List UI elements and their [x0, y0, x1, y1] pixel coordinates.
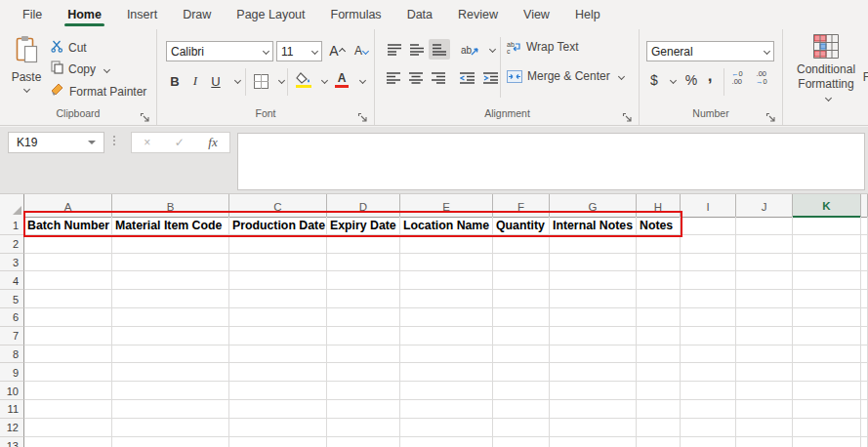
cell-F7[interactable]	[493, 327, 550, 345]
row-header-13[interactable]: 13	[0, 437, 24, 447]
align-top-button[interactable]	[384, 39, 405, 60]
cell-K4[interactable]	[793, 271, 861, 290]
align-middle-button[interactable]	[406, 39, 428, 60]
cell-I7[interactable]	[681, 327, 736, 345]
align-center-button[interactable]	[405, 67, 427, 88]
currency-chevron[interactable]	[670, 77, 677, 84]
conditional-formatting-button[interactable]: Conditional Formatting	[797, 34, 855, 106]
cell-C10[interactable]	[229, 382, 327, 400]
cell-F4[interactable]	[493, 271, 550, 290]
tab-formulas[interactable]: Formulas	[318, 0, 394, 29]
percent-button[interactable]: %	[682, 69, 700, 91]
cell-E13[interactable]	[400, 437, 493, 447]
cell-D5[interactable]	[327, 290, 400, 308]
cell-B5[interactable]	[112, 290, 229, 308]
cell-C5[interactable]	[229, 290, 327, 308]
cell-B1[interactable]: Material Item Code	[112, 217, 229, 235]
increase-decimal-button[interactable]: ←0 .00	[731, 70, 743, 86]
cell-E11[interactable]	[400, 400, 493, 419]
orientation-chevron[interactable]	[489, 46, 496, 53]
column-header-B[interactable]: B	[112, 194, 229, 218]
cell-K2[interactable]	[793, 235, 861, 254]
cell-I5[interactable]	[681, 290, 736, 308]
cancel-button[interactable]: ×	[144, 136, 150, 149]
cell-C1[interactable]: Production Date	[229, 217, 327, 235]
borders-chevron[interactable]	[278, 77, 285, 84]
increase-indent-button[interactable]	[479, 67, 501, 88]
cell-B7[interactable]	[112, 327, 229, 345]
cell-A6[interactable]	[24, 308, 112, 327]
row-header-12[interactable]: 12	[0, 419, 24, 437]
cell-J8[interactable]	[736, 345, 793, 364]
cell-G7[interactable]	[550, 327, 637, 345]
cell-D1[interactable]: Expiry Date	[327, 217, 400, 235]
formula-input[interactable]	[237, 133, 865, 190]
cell-H11[interactable]	[637, 400, 681, 419]
cell-L13[interactable]	[861, 437, 868, 447]
row-header-8[interactable]: 8	[0, 345, 24, 364]
cell-J5[interactable]	[736, 290, 793, 308]
formula-bar-grip-icon[interactable]	[113, 136, 115, 145]
cell-F5[interactable]	[493, 290, 550, 308]
decrease-indent-button[interactable]	[456, 67, 477, 88]
clipboard-dialog-launcher-icon[interactable]	[140, 109, 150, 120]
cell-C12[interactable]	[229, 419, 327, 437]
cell-C7[interactable]	[229, 327, 327, 345]
cell-H10[interactable]	[637, 382, 681, 400]
cell-I10[interactable]	[681, 382, 736, 400]
cell-D12[interactable]	[327, 419, 400, 437]
cell-J13[interactable]	[736, 437, 793, 447]
cell-H13[interactable]	[637, 437, 681, 447]
cell-I4[interactable]	[681, 271, 736, 290]
cell-A13[interactable]	[24, 437, 112, 447]
cell-B11[interactable]	[112, 400, 229, 419]
cell-J9[interactable]	[736, 363, 793, 382]
cell-G2[interactable]	[550, 235, 637, 254]
cell-J11[interactable]	[736, 400, 793, 419]
merge-center-button[interactable]: Merge & Center	[507, 69, 624, 83]
cell-H4[interactable]	[637, 271, 681, 290]
alignment-dialog-launcher-icon[interactable]	[622, 109, 633, 120]
column-header-partial[interactable]	[861, 194, 868, 218]
cell-G13[interactable]	[550, 437, 637, 447]
cell-F1[interactable]: Quantity	[493, 217, 550, 235]
cell-H7[interactable]	[637, 327, 681, 345]
cell-E9[interactable]	[400, 363, 493, 382]
cell-K6[interactable]	[793, 308, 861, 327]
cell-E3[interactable]	[400, 254, 493, 272]
cell-G11[interactable]	[550, 400, 637, 419]
cell-H6[interactable]	[637, 308, 681, 327]
cell-E10[interactable]	[400, 382, 493, 400]
cell-F2[interactable]	[493, 235, 550, 254]
row-header-9[interactable]: 9	[0, 363, 24, 382]
cell-I8[interactable]	[681, 345, 736, 364]
select-all-button[interactable]	[0, 194, 24, 218]
cell-H3[interactable]	[637, 254, 681, 272]
cell-C13[interactable]	[229, 437, 327, 447]
font-color-chevron[interactable]	[359, 77, 366, 84]
column-header-I[interactable]: I	[681, 194, 736, 218]
row-header-11[interactable]: 11	[0, 400, 24, 419]
insert-function-button[interactable]: fx	[208, 135, 217, 150]
cell-L6[interactable]	[861, 308, 868, 327]
cell-I1[interactable]	[681, 217, 736, 235]
cell-B9[interactable]	[112, 363, 229, 382]
cell-F6[interactable]	[493, 308, 550, 327]
font-color-button[interactable]: A	[332, 69, 351, 91]
row-header-1[interactable]: 1	[0, 217, 24, 235]
tab-help[interactable]: Help	[562, 0, 613, 29]
row-header-10[interactable]: 10	[0, 382, 24, 400]
cell-K1[interactable]	[793, 217, 861, 235]
cell-L7[interactable]	[861, 327, 868, 345]
row-header-2[interactable]: 2	[0, 235, 24, 254]
cell-I9[interactable]	[681, 363, 736, 382]
cell-G10[interactable]	[550, 382, 637, 400]
tab-draw[interactable]: Draw	[170, 0, 224, 29]
cell-J2[interactable]	[736, 235, 793, 254]
cell-J6[interactable]	[736, 308, 793, 327]
column-header-G[interactable]: G	[550, 194, 637, 218]
borders-button[interactable]	[250, 70, 271, 92]
cell-G3[interactable]	[550, 254, 637, 272]
fill-color-button[interactable]	[293, 69, 314, 91]
shrink-font-button[interactable]: A	[350, 40, 373, 61]
